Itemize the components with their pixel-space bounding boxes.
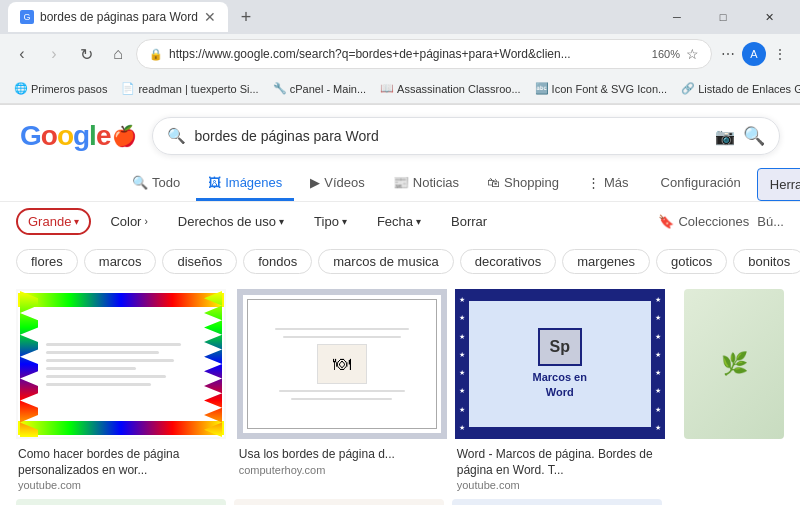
camera-icon[interactable]: 📷 — [715, 127, 735, 146]
image-info-3: Word - Marcos de página. Bordes de págin… — [455, 443, 676, 491]
apple-icon: 🍎 — [112, 124, 136, 148]
active-tab[interactable]: G bordes de páginas para Word ✕ — [8, 2, 228, 32]
bookmark-assassination[interactable]: 📖 Assassination Classroo... — [374, 80, 527, 97]
profile-button[interactable]: A — [742, 42, 766, 66]
tab-configuracion[interactable]: Configuración — [649, 167, 753, 201]
nav-tabs: 🔍 Todo 🖼 Imágenes ▶ Vídeos 📰 Noticias 🛍 … — [0, 163, 800, 202]
search-bar[interactable]: 🔍 📷 🔍 — [152, 117, 780, 155]
filter-color[interactable]: Color › — [99, 209, 158, 234]
mas-dots-icon: ⋮ — [587, 175, 600, 190]
bookmark-cpanel[interactable]: 🔧 cPanel - Main... — [267, 80, 372, 97]
search-input[interactable] — [194, 128, 707, 144]
derechos-arrow-icon: ▾ — [279, 216, 284, 227]
tab-noticias[interactable]: 📰 Noticias — [381, 167, 471, 201]
filter-derechos[interactable]: Derechos de uso ▾ — [167, 209, 295, 234]
tab-bar-wrap: G bordes de páginas para Word ✕ + ─ □ ✕ — [0, 0, 800, 34]
minimize-button[interactable]: ─ — [654, 2, 700, 32]
forward-button[interactable]: › — [40, 40, 68, 68]
image-title-2: Usa los bordes de página d... — [239, 447, 445, 463]
extensions-button[interactable]: ⋯ — [716, 42, 740, 66]
imagenes-icon: 🖼 — [208, 175, 221, 190]
filter-grande[interactable]: Grande ▾ — [16, 208, 91, 235]
image-info-2: Usa los bordes de página d... computerho… — [237, 443, 447, 476]
bookmark-listado[interactable]: 🔗 Listado de Enlaces Gra... — [675, 80, 800, 97]
logo-e: e — [96, 120, 111, 152]
noticias-icon: 📰 — [393, 175, 409, 190]
filter-tipo[interactable]: Tipo ▾ — [303, 209, 358, 234]
collections-button[interactable]: 🔖 Colecciones — [658, 214, 749, 229]
tab-herramientas[interactable]: Herramientas — [757, 168, 800, 201]
logo-G: G — [20, 120, 41, 152]
search-magnifier-icon: 🔍 — [167, 127, 186, 145]
tab-videos[interactable]: ▶ Vídeos — [298, 167, 376, 201]
bookmark-readman[interactable]: 📄 readman | tuexperto Si... — [115, 80, 264, 97]
chip-bonitos[interactable]: bonitos — [733, 249, 800, 274]
todo-icon: 🔍 — [132, 175, 148, 190]
bottom-thumbnails-row — [0, 499, 800, 505]
filter-borrar[interactable]: Borrar — [440, 209, 498, 234]
image-card-3[interactable]: ★ ★ ★ ★ ★ ★ ★ ★ ★ ★ ★ ★ ★ ★ ★ — [455, 289, 676, 491]
color-arrow-icon: › — [144, 216, 147, 227]
maximize-button[interactable]: □ — [700, 2, 746, 32]
bookmark-primeros-pasos[interactable]: 🌐 Primeros pasos — [8, 80, 113, 97]
logo-l: l — [89, 120, 96, 152]
bookmark-favicon-4: 📖 — [380, 82, 394, 95]
image-source-2: computerhoy.com — [239, 464, 445, 476]
bookmark-favicon-1: 🌐 — [14, 82, 28, 95]
back-button[interactable]: ‹ — [8, 40, 36, 68]
home-button[interactable]: ⌂ — [104, 40, 132, 68]
address-star-icon[interactable]: ☆ — [686, 46, 699, 62]
close-window-button[interactable]: ✕ — [746, 2, 792, 32]
tipo-arrow-icon: ▾ — [342, 216, 347, 227]
refresh-button[interactable]: ↻ — [72, 40, 100, 68]
chip-decorativos[interactable]: decorativos — [460, 249, 556, 274]
new-tab-button[interactable]: + — [232, 3, 260, 31]
tools-right: 🔖 Colecciones Bú... — [658, 214, 784, 229]
tab-close-button[interactable]: ✕ — [204, 9, 216, 25]
image-placeholder-4: 🌿 — [684, 289, 784, 439]
tab-mas[interactable]: ⋮ Más — [575, 167, 641, 201]
image-card-2[interactable]: 🍽 Usa los bordes de página d... computer… — [237, 289, 447, 491]
bookmark-favicon-2: 📄 — [121, 82, 135, 95]
tab-favicon: G — [20, 10, 34, 24]
chip-flores[interactable]: flores — [16, 249, 78, 274]
lock-icon: 🔒 — [149, 48, 163, 61]
image-title-3: Word - Marcos de página. Bordes de págin… — [457, 447, 674, 478]
image-card-1[interactable]: Como hacer bordes de página personalizad… — [16, 289, 229, 491]
bookmark-iconfont[interactable]: 🔤 Icon Font & SVG Icon... — [529, 80, 674, 97]
tab-todo[interactable]: 🔍 Todo — [120, 167, 192, 201]
tab-shopping[interactable]: 🛍 Shopping — [475, 167, 571, 201]
chip-goticos[interactable]: goticos — [656, 249, 727, 274]
chip-marcos[interactable]: marcos — [84, 249, 157, 274]
chip-marcos-musica[interactable]: marcos de musica — [318, 249, 453, 274]
thumb-card-1[interactable] — [16, 499, 226, 505]
google-page: Google 🍎 🔍 📷 🔍 🔍 Todo 🖼 Imágenes ▶ Vídeo… — [0, 105, 800, 505]
image-placeholder-2: 🍽 — [237, 289, 447, 439]
search-submit-icon[interactable]: 🔍 — [743, 125, 765, 147]
logo-o2: o — [57, 120, 73, 152]
chip-fondos[interactable]: fondos — [243, 249, 312, 274]
logo-g: g — [73, 120, 89, 152]
image-card-4[interactable]: 🌿 — [684, 289, 784, 491]
tab-imagenes[interactable]: 🖼 Imágenes — [196, 167, 294, 201]
logo-o1: o — [41, 120, 57, 152]
filter-fecha[interactable]: Fecha ▾ — [366, 209, 432, 234]
thumb-card-3[interactable] — [452, 499, 662, 505]
image-title-1: Como hacer bordes de página personalizad… — [18, 447, 227, 478]
chip-margenes[interactable]: margenes — [562, 249, 650, 274]
bookmark-favicon-3: 🔧 — [273, 82, 287, 95]
address-bar[interactable]: 🔒 https://www.google.com/search?q=bordes… — [136, 39, 712, 69]
more-options-button[interactable]: ⋮ — [768, 42, 792, 66]
chip-disenos[interactable]: diseños — [162, 249, 237, 274]
image-info-1: Como hacer bordes de página personalizad… — [16, 443, 229, 491]
image-source-1: youtube.com — [18, 479, 227, 491]
navigation-bar: ‹ › ↻ ⌂ 🔒 https://www.google.com/search?… — [0, 34, 800, 74]
image-grid: Como hacer bordes de página personalizad… — [0, 281, 800, 499]
browser-actions: ⋯ A ⋮ — [716, 42, 792, 66]
browser-chrome: G bordes de páginas para Word ✕ + ─ □ ✕ … — [0, 0, 800, 105]
tab-bar: G bordes de páginas para Word ✕ + ─ □ ✕ — [0, 0, 800, 34]
thumb-card-2[interactable] — [234, 499, 444, 505]
image-source-3: youtube.com — [457, 479, 674, 491]
videos-icon: ▶ — [310, 175, 320, 190]
fecha-arrow-icon: ▾ — [416, 216, 421, 227]
